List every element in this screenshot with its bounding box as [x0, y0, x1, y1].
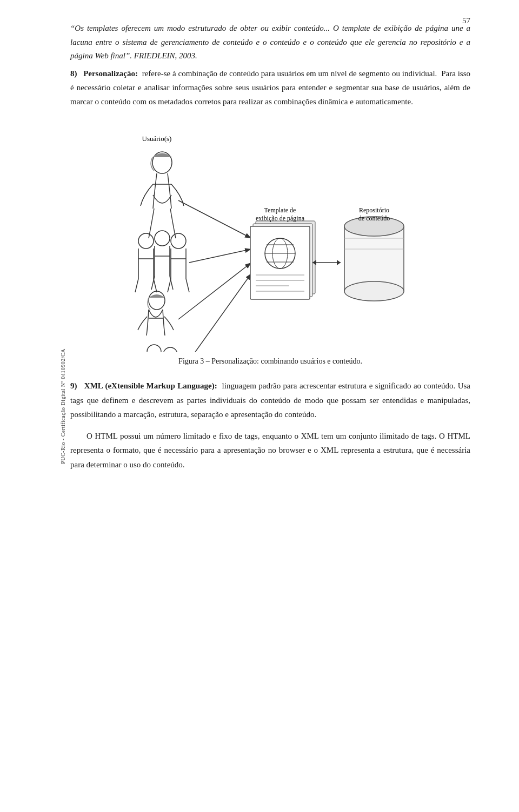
intro-quote: “Os templates oferecem um modo estrutura… — [70, 22, 470, 63]
section-9-para2: O HTML possui um número limitado e fixo … — [70, 429, 470, 472]
page: 57 PUC-Rio - Certificação Digital Nº 041… — [0, 0, 519, 812]
svg-text:exibição de página: exibição de página — [256, 214, 305, 222]
sidebar-certification-label: PUC-Rio - Certificação Digital Nº 041090… — [60, 348, 66, 464]
section-8-label: Personalização: — [83, 69, 138, 78]
figure-3-diagram: Usuário(s) — [95, 125, 446, 352]
section-9-block: 9) XML (eXtensible Markup Language): lin… — [70, 379, 470, 421]
svg-text:Template de: Template de — [264, 206, 296, 214]
svg-point-4 — [171, 233, 186, 249]
svg-point-2 — [138, 233, 154, 249]
section-8-number: 8) — [70, 69, 77, 78]
svg-point-3 — [155, 231, 170, 246]
svg-text:Repositório: Repositório — [359, 206, 389, 214]
svg-line-9 — [189, 249, 251, 263]
svg-rect-17 — [250, 226, 310, 299]
svg-line-10 — [178, 263, 251, 319]
section-8-text1: refere-se à combinação de conteúdo para … — [142, 69, 437, 78]
svg-line-8 — [178, 200, 251, 238]
svg-line-11 — [184, 273, 251, 352]
svg-marker-30 — [337, 260, 341, 265]
svg-point-5 — [149, 291, 165, 310]
section-8-block: 8) Personalização: refere-se à combinaçã… — [70, 66, 470, 109]
figure-caption: Figura 3 – Personalização: combinando us… — [95, 357, 446, 366]
main-content: “Os templates oferecem um modo estrutura… — [70, 22, 470, 472]
page-number: 57 — [462, 16, 470, 25]
intro-quote-text: “Os templates oferecem um modo estrutura… — [70, 24, 470, 60]
svg-point-6 — [147, 345, 161, 352]
section-9-label: XML (eXtensible Markup Language): — [84, 381, 217, 390]
section-9-number: 9) — [70, 381, 77, 390]
svg-text:Usuário(s): Usuário(s) — [142, 135, 172, 143]
svg-text:de conteúdo: de conteúdo — [358, 214, 390, 222]
svg-point-34 — [344, 281, 404, 301]
figure-3-container: Usuário(s) — [95, 125, 446, 366]
svg-point-7 — [163, 347, 177, 352]
